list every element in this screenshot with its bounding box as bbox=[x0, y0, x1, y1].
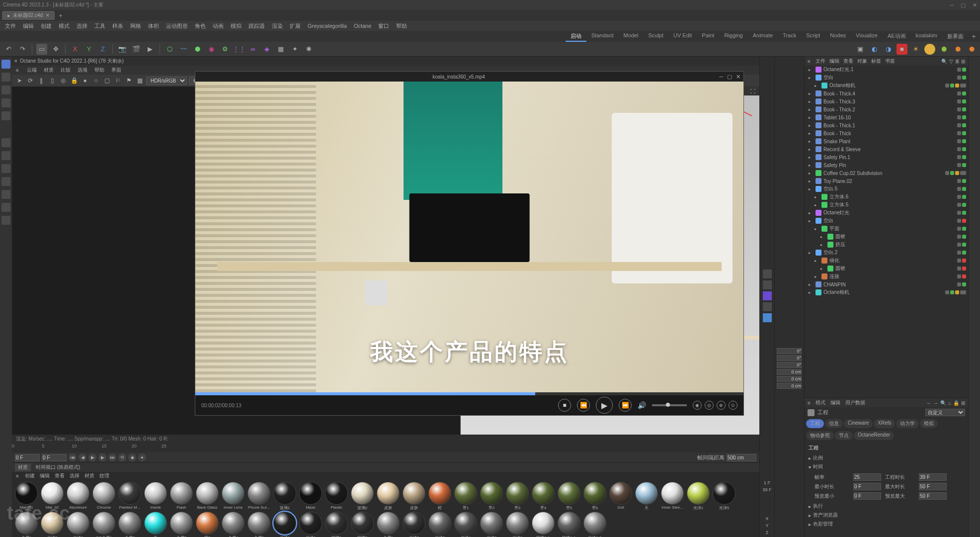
layout-tab[interactable]: Paint bbox=[697, 31, 719, 42]
redsquare-icon[interactable]: ■ bbox=[897, 44, 907, 55]
material-ball[interactable]: 草2 bbox=[479, 482, 504, 511]
attr-home-icon[interactable]: ⌂ bbox=[948, 400, 951, 406]
hex-mode-icon[interactable] bbox=[1, 151, 10, 160]
move-tool-icon[interactable] bbox=[1, 216, 10, 225]
material-ball[interactable]: GG金属1 bbox=[91, 512, 116, 537]
object-row[interactable]: ▸CHANPIN bbox=[805, 280, 968, 288]
object-row[interactable]: ▸平面 bbox=[805, 225, 968, 233]
octane-icon[interactable]: ⬢ bbox=[938, 44, 949, 55]
orange2-icon[interactable]: ⬣ bbox=[966, 44, 977, 55]
menu-item[interactable]: 模式 bbox=[59, 22, 70, 30]
object-row[interactable]: ▸Record & Sleeve bbox=[805, 145, 968, 153]
object-row[interactable]: ▸圆锥 bbox=[805, 265, 968, 272]
material-ball[interactable]: 光泽1 bbox=[298, 512, 323, 537]
volume-icon[interactable]: 🔊 bbox=[638, 401, 646, 409]
poly-mode-icon[interactable] bbox=[1, 111, 10, 120]
layout-tab[interactable]: Visualize bbox=[851, 31, 883, 42]
point-mode-icon[interactable] bbox=[1, 86, 10, 94]
attr-tab[interactable]: XRefs bbox=[874, 419, 895, 428]
sun2-icon[interactable] bbox=[924, 44, 935, 55]
list-icon[interactable]: ≣ bbox=[955, 59, 959, 64]
attr-tab[interactable]: OctaneRender bbox=[854, 431, 894, 440]
vr-icon-4[interactable]: ⊙ bbox=[729, 401, 737, 410]
menu-item[interactable]: 体积 bbox=[148, 22, 159, 30]
render-mode-select[interactable]: HDR/sRGB bbox=[146, 77, 187, 85]
menu-item[interactable]: 编辑 bbox=[23, 22, 34, 30]
octane-menu-item[interactable]: 云端 bbox=[27, 67, 37, 73]
magnet-icon[interactable] bbox=[1, 177, 10, 186]
video-close-icon[interactable]: ✕ bbox=[736, 74, 740, 80]
layout-tab[interactable]: Nodes bbox=[825, 31, 851, 42]
attr-input[interactable] bbox=[919, 473, 947, 481]
mat-menu-item[interactable]: 查看 bbox=[55, 473, 65, 478]
pos-x[interactable] bbox=[777, 369, 802, 375]
vr-icon-2[interactable]: ◎ bbox=[705, 401, 714, 410]
object-row[interactable]: ▸Octane相机 bbox=[805, 82, 968, 90]
layout-tab[interactable]: Script bbox=[801, 31, 825, 42]
material-ball[interactable]: 金属3 bbox=[169, 512, 194, 537]
mat-menu-item[interactable]: 材质 bbox=[84, 473, 94, 478]
a-mode-icon[interactable] bbox=[1, 164, 10, 173]
axis-mode-icon[interactable] bbox=[1, 138, 10, 147]
object-row[interactable]: ▸立方体.5 bbox=[805, 201, 968, 209]
tc-rec-icon[interactable]: ● bbox=[138, 453, 146, 461]
pick-icon[interactable]: ▯ bbox=[48, 76, 57, 85]
tc-next-icon[interactable]: ▶ bbox=[98, 453, 106, 461]
menu-item[interactable]: 样条 bbox=[112, 22, 123, 30]
attr-userdata[interactable]: 用户数据 bbox=[845, 399, 865, 406]
menu-item[interactable]: 扩展 bbox=[290, 22, 301, 30]
doc-tab[interactable]: ● 未标题02.c4d ✕ bbox=[2, 11, 55, 20]
filter-icon[interactable]: ▽ bbox=[949, 59, 953, 64]
menu-item[interactable]: 运动图形 bbox=[166, 22, 188, 30]
light-icon[interactable]: ✺ bbox=[303, 44, 314, 55]
material-ball[interactable]: Inner Slee... bbox=[660, 482, 685, 511]
layout-tab[interactable]: Standard bbox=[586, 31, 619, 42]
video-play-icon[interactable]: ▶ bbox=[596, 397, 613, 414]
search-icon[interactable]: 🔍 bbox=[941, 59, 947, 64]
rot-b[interactable] bbox=[777, 362, 802, 368]
move-icon[interactable]: ✥ bbox=[50, 44, 61, 55]
material-ball[interactable]: 草5 bbox=[557, 482, 581, 511]
spline-icon[interactable]: 〰 bbox=[178, 44, 189, 55]
pause-icon[interactable]: ‖ bbox=[37, 76, 46, 85]
attr-input[interactable] bbox=[853, 483, 881, 490]
cloner-icon[interactable]: ⋮⋮ bbox=[234, 44, 245, 55]
attr-input[interactable] bbox=[853, 473, 881, 481]
video-progress[interactable] bbox=[195, 392, 743, 395]
object-row[interactable]: ▸空白 bbox=[805, 217, 968, 225]
octane-menu-item[interactable]: 帮助 bbox=[94, 67, 104, 73]
attr-hamburger-icon[interactable]: ≡ bbox=[808, 400, 811, 406]
orange-icon[interactable]: ⬢ bbox=[952, 44, 963, 55]
mat-menu-item[interactable]: 选择 bbox=[70, 473, 80, 478]
attr-custom-select[interactable]: 自定义 bbox=[925, 409, 965, 416]
material-ball[interactable]: 青 bbox=[143, 512, 168, 537]
layout-tab[interactable]: UV Edit bbox=[668, 31, 697, 42]
menu-item[interactable]: 模拟 bbox=[231, 22, 242, 30]
select-icon[interactable]: ▭ bbox=[36, 44, 47, 55]
material-ball[interactable]: 光泽9 bbox=[505, 512, 530, 537]
menu-item[interactable]: 角色 bbox=[195, 22, 206, 30]
material-ball[interactable]: 光泽1 bbox=[272, 512, 297, 537]
object-row[interactable]: ▸空白.5 bbox=[805, 185, 968, 193]
vr-icon-3[interactable]: ⊕ bbox=[717, 401, 726, 410]
menu-item[interactable]: 网格 bbox=[130, 22, 141, 30]
attr-sect-scale[interactable]: ▸ 比例 bbox=[809, 454, 964, 461]
vr-icon-1[interactable]: ◉ bbox=[693, 401, 702, 410]
material-ball[interactable]: Back Glass bbox=[195, 482, 220, 511]
menu-item[interactable]: 创建 bbox=[41, 22, 52, 30]
workplane-icon[interactable] bbox=[1, 203, 10, 212]
vp-max-icon[interactable]: ⛶ bbox=[750, 89, 755, 94]
rot-h[interactable] bbox=[777, 348, 802, 354]
layout-tab[interactable]: AE动画 bbox=[883, 31, 911, 42]
mat-menu-item[interactable]: 编辑 bbox=[40, 473, 50, 478]
object-row[interactable]: ▸连接 bbox=[805, 272, 968, 280]
object-row[interactable]: ▸挤压 bbox=[805, 241, 968, 249]
menu-item[interactable]: 跟踪器 bbox=[248, 22, 265, 30]
objmgr-menu-item[interactable]: 对象 bbox=[857, 58, 867, 64]
material-ball[interactable]: 玻璃1.1 bbox=[531, 512, 556, 537]
material-ball[interactable]: 光泽1 bbox=[686, 482, 711, 511]
layout-tab[interactable]: Sculpt bbox=[643, 31, 668, 42]
undo-icon[interactable]: ↶ bbox=[3, 44, 14, 55]
frame-cur-input[interactable] bbox=[42, 454, 67, 461]
y-axis[interactable]: Y bbox=[83, 44, 94, 55]
